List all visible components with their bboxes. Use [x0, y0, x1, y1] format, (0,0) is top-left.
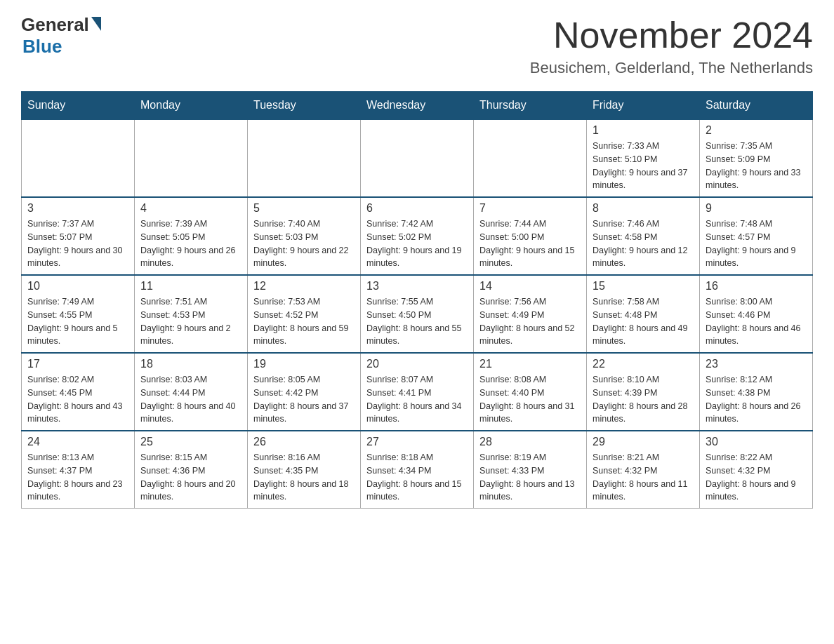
calendar-day-cell: 26Sunrise: 8:16 AMSunset: 4:35 PMDayligh… — [248, 431, 361, 509]
week-row-3: 10Sunrise: 7:49 AMSunset: 4:55 PMDayligh… — [22, 275, 813, 353]
calendar-day-cell: 22Sunrise: 8:10 AMSunset: 4:39 PMDayligh… — [587, 353, 700, 431]
week-row-2: 3Sunrise: 7:37 AMSunset: 5:07 PMDaylight… — [22, 197, 813, 275]
day-info: Sunrise: 7:55 AMSunset: 4:50 PMDaylight:… — [366, 295, 468, 348]
day-number: 7 — [479, 202, 581, 215]
calendar-day-cell: 8Sunrise: 7:46 AMSunset: 4:58 PMDaylight… — [587, 197, 700, 275]
day-info: Sunrise: 8:12 AMSunset: 4:38 PMDaylight:… — [706, 373, 807, 426]
calendar-day-cell: 11Sunrise: 7:51 AMSunset: 4:53 PMDayligh… — [135, 275, 248, 353]
day-info: Sunrise: 7:53 AMSunset: 4:52 PMDaylight:… — [253, 295, 355, 348]
day-info: Sunrise: 8:00 AMSunset: 4:46 PMDaylight:… — [706, 295, 807, 348]
calendar-day-cell: 14Sunrise: 7:56 AMSunset: 4:49 PMDayligh… — [474, 275, 587, 353]
day-info: Sunrise: 7:48 AMSunset: 4:57 PMDaylight:… — [706, 217, 807, 270]
day-number: 8 — [593, 202, 694, 215]
day-number: 9 — [706, 202, 807, 215]
logo: General Blue — [21, 14, 101, 58]
weekday-header-sunday: Sunday — [22, 92, 135, 120]
day-info: Sunrise: 8:15 AMSunset: 4:36 PMDaylight:… — [140, 451, 241, 504]
logo-blue-text: Blue — [22, 36, 62, 57]
day-info: Sunrise: 7:42 AMSunset: 5:02 PMDaylight:… — [366, 217, 468, 270]
weekday-header-wednesday: Wednesday — [361, 92, 474, 120]
day-info: Sunrise: 8:13 AMSunset: 4:37 PMDaylight:… — [27, 451, 128, 504]
day-info: Sunrise: 7:46 AMSunset: 4:58 PMDaylight:… — [593, 217, 694, 270]
day-info: Sunrise: 8:18 AMSunset: 4:34 PMDaylight:… — [366, 451, 468, 504]
weekday-header-saturday: Saturday — [700, 92, 813, 120]
day-number: 5 — [253, 202, 355, 215]
day-number: 10 — [27, 280, 128, 293]
calendar-day-cell: 27Sunrise: 8:18 AMSunset: 4:34 PMDayligh… — [361, 431, 474, 509]
logo-general-text: General — [21, 14, 89, 36]
calendar-day-cell: 29Sunrise: 8:21 AMSunset: 4:32 PMDayligh… — [587, 431, 700, 509]
day-number: 21 — [479, 358, 581, 370]
day-number: 24 — [27, 436, 128, 448]
calendar-day-cell: 7Sunrise: 7:44 AMSunset: 5:00 PMDaylight… — [474, 197, 587, 275]
calendar-day-cell — [135, 119, 248, 197]
day-number: 27 — [366, 436, 468, 448]
calendar-day-cell: 25Sunrise: 8:15 AMSunset: 4:36 PMDayligh… — [135, 431, 248, 509]
calendar-day-cell: 6Sunrise: 7:42 AMSunset: 5:02 PMDaylight… — [361, 197, 474, 275]
calendar-day-cell: 12Sunrise: 7:53 AMSunset: 4:52 PMDayligh… — [248, 275, 361, 353]
calendar-table: SundayMondayTuesdayWednesdayThursdayFrid… — [21, 91, 813, 509]
calendar-day-cell: 5Sunrise: 7:40 AMSunset: 5:03 PMDaylight… — [248, 197, 361, 275]
weekday-header-friday: Friday — [587, 92, 700, 120]
calendar-day-cell — [22, 119, 135, 197]
day-info: Sunrise: 7:33 AMSunset: 5:10 PMDaylight:… — [593, 140, 694, 192]
weekday-header-monday: Monday — [135, 92, 248, 120]
week-row-5: 24Sunrise: 8:13 AMSunset: 4:37 PMDayligh… — [22, 431, 813, 509]
calendar-day-cell: 10Sunrise: 7:49 AMSunset: 4:55 PMDayligh… — [22, 275, 135, 353]
day-info: Sunrise: 8:08 AMSunset: 4:40 PMDaylight:… — [479, 373, 581, 426]
day-info: Sunrise: 7:44 AMSunset: 5:00 PMDaylight:… — [479, 217, 581, 270]
day-number: 23 — [706, 358, 807, 370]
day-info: Sunrise: 8:05 AMSunset: 4:42 PMDaylight:… — [253, 373, 355, 426]
logo-triangle-icon — [91, 17, 101, 31]
day-info: Sunrise: 7:37 AMSunset: 5:07 PMDaylight:… — [27, 217, 128, 270]
calendar-day-cell: 17Sunrise: 8:02 AMSunset: 4:45 PMDayligh… — [22, 353, 135, 431]
calendar-day-cell — [361, 119, 474, 197]
day-info: Sunrise: 7:39 AMSunset: 5:05 PMDaylight:… — [140, 217, 241, 270]
day-number: 25 — [140, 436, 241, 448]
calendar-day-cell: 30Sunrise: 8:22 AMSunset: 4:32 PMDayligh… — [700, 431, 813, 509]
day-info: Sunrise: 8:02 AMSunset: 4:45 PMDaylight:… — [27, 373, 128, 426]
calendar-day-cell: 28Sunrise: 8:19 AMSunset: 4:33 PMDayligh… — [474, 431, 587, 509]
day-number: 13 — [366, 280, 468, 293]
calendar-day-cell: 3Sunrise: 7:37 AMSunset: 5:07 PMDaylight… — [22, 197, 135, 275]
weekday-header-row: SundayMondayTuesdayWednesdayThursdayFrid… — [22, 92, 813, 120]
day-number: 14 — [479, 280, 581, 293]
day-info: Sunrise: 8:07 AMSunset: 4:41 PMDaylight:… — [366, 373, 468, 426]
day-number: 18 — [140, 358, 241, 370]
day-number: 12 — [253, 280, 355, 293]
calendar-day-cell: 13Sunrise: 7:55 AMSunset: 4:50 PMDayligh… — [361, 275, 474, 353]
calendar-day-cell: 19Sunrise: 8:05 AMSunset: 4:42 PMDayligh… — [248, 353, 361, 431]
weekday-header-tuesday: Tuesday — [248, 92, 361, 120]
calendar-day-cell: 23Sunrise: 8:12 AMSunset: 4:38 PMDayligh… — [700, 353, 813, 431]
page-header: General Blue November 2024 Beusichem, Ge… — [21, 14, 813, 77]
calendar-day-cell: 16Sunrise: 8:00 AMSunset: 4:46 PMDayligh… — [700, 275, 813, 353]
calendar-day-cell: 1Sunrise: 7:33 AMSunset: 5:10 PMDaylight… — [587, 119, 700, 197]
day-number: 30 — [706, 436, 807, 448]
month-year-title: November 2024 — [530, 14, 813, 56]
day-number: 28 — [479, 436, 581, 448]
calendar-day-cell: 2Sunrise: 7:35 AMSunset: 5:09 PMDaylight… — [700, 119, 813, 197]
weekday-header-thursday: Thursday — [474, 92, 587, 120]
location-title: Beusichem, Gelderland, The Netherlands — [530, 59, 813, 77]
day-info: Sunrise: 8:22 AMSunset: 4:32 PMDaylight:… — [706, 451, 807, 504]
day-number: 16 — [706, 280, 807, 293]
calendar-day-cell: 20Sunrise: 8:07 AMSunset: 4:41 PMDayligh… — [361, 353, 474, 431]
calendar-day-cell: 15Sunrise: 7:58 AMSunset: 4:48 PMDayligh… — [587, 275, 700, 353]
day-info: Sunrise: 7:58 AMSunset: 4:48 PMDaylight:… — [593, 295, 694, 348]
calendar-day-cell: 18Sunrise: 8:03 AMSunset: 4:44 PMDayligh… — [135, 353, 248, 431]
day-number: 4 — [140, 202, 241, 215]
day-number: 22 — [593, 358, 694, 370]
calendar-day-cell: 21Sunrise: 8:08 AMSunset: 4:40 PMDayligh… — [474, 353, 587, 431]
day-number: 2 — [706, 124, 807, 137]
calendar-day-cell: 9Sunrise: 7:48 AMSunset: 4:57 PMDaylight… — [700, 197, 813, 275]
day-number: 1 — [593, 124, 694, 137]
calendar-day-cell — [474, 119, 587, 197]
week-row-1: 1Sunrise: 7:33 AMSunset: 5:10 PMDaylight… — [22, 119, 813, 197]
day-info: Sunrise: 8:21 AMSunset: 4:32 PMDaylight:… — [593, 451, 694, 504]
day-number: 3 — [27, 202, 128, 215]
week-row-4: 17Sunrise: 8:02 AMSunset: 4:45 PMDayligh… — [22, 353, 813, 431]
day-info: Sunrise: 7:56 AMSunset: 4:49 PMDaylight:… — [479, 295, 581, 348]
day-number: 26 — [253, 436, 355, 448]
day-number: 19 — [253, 358, 355, 370]
day-number: 29 — [593, 436, 694, 448]
